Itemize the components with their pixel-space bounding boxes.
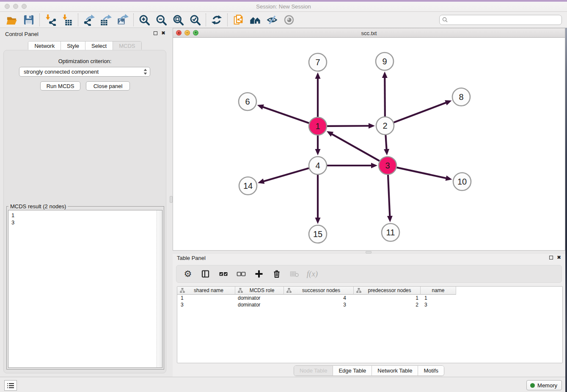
table-options-icon: ⚙ [184, 270, 192, 279]
tab-network[interactable]: Network [28, 41, 61, 50]
function-builder-button: f(x) [307, 268, 318, 279]
column-header-predecessor-nodes[interactable]: predecessor nodes [354, 287, 421, 295]
graph-edge-4-15[interactable] [315, 175, 321, 224]
run-mcds-button[interactable]: Run MCDS [40, 81, 80, 91]
import-network-from-file-button[interactable] [42, 13, 59, 27]
open-session-button[interactable] [3, 13, 20, 27]
column-header-name[interactable]: name [421, 287, 456, 295]
table-cell[interactable]: dominator [235, 295, 284, 301]
tab-edge-table[interactable]: Edge Table [333, 366, 372, 375]
graph-edge-4-14[interactable] [258, 168, 309, 184]
export-network-button[interactable] [80, 13, 97, 27]
graph-edge-1-6[interactable] [257, 105, 309, 123]
zoom-out-button[interactable] [153, 13, 170, 27]
search-box[interactable] [439, 15, 562, 25]
deselect-all-columns-icon [237, 270, 246, 278]
zoom-in-button[interactable] [136, 13, 153, 27]
table-cell[interactable]: dominator [235, 302, 284, 308]
close-panel-button[interactable]: Close panel [86, 81, 130, 91]
new-network-from-selection-button[interactable] [230, 13, 247, 27]
column-layout-button[interactable] [200, 268, 211, 279]
tab-select[interactable]: Select [85, 41, 113, 50]
mcds-result-list[interactable]: 13 [8, 210, 162, 368]
splitter-grip[interactable] [366, 251, 372, 254]
table-cell[interactable]: 3 [177, 302, 235, 308]
graph-edge-4-3[interactable] [327, 163, 377, 168]
table-cell[interactable]: 4 [284, 295, 354, 301]
memory-button[interactable]: Memory [526, 380, 562, 390]
show-all-networks-button[interactable] [247, 13, 264, 27]
graph-node-2[interactable]: 2 [376, 117, 394, 135]
network-view-window: x − + scc.txt 1234678910111415 [173, 28, 565, 251]
table-cell[interactable]: 1 [421, 295, 456, 301]
tab-style[interactable]: Style [61, 41, 85, 50]
graph-node-15[interactable]: 15 [309, 225, 327, 243]
show-graphics-details-button[interactable] [281, 13, 297, 27]
hide-graphics-details-icon [266, 14, 278, 26]
graph-edge-3-11[interactable] [387, 175, 393, 222]
column-header-successor-nodes[interactable]: successor nodes [284, 287, 354, 295]
zoom-selected-region-button[interactable] [187, 13, 204, 27]
select-all-columns-button[interactable] [218, 268, 229, 279]
toolbar-separator [78, 14, 78, 26]
tab-node-table[interactable]: Node Table [294, 366, 333, 375]
export-table-button[interactable] [97, 13, 114, 27]
tab-motifs[interactable]: Motifs [418, 366, 444, 375]
float-panel-icon[interactable] [154, 31, 157, 35]
graph-edge-1-2[interactable] [327, 123, 375, 129]
criterion-dropdown[interactable]: strongly connected component [19, 67, 150, 77]
column-header-MCDS-role[interactable]: MCDS role [235, 287, 284, 295]
graph-edge-1-4[interactable] [315, 135, 321, 155]
hide-graphics-details-button[interactable] [264, 13, 281, 27]
import-table-from-file-button[interactable] [59, 13, 76, 27]
session-title: Session: New Session [0, 3, 567, 10]
graph-edge-3-1[interactable] [327, 131, 380, 161]
show-task-history-button[interactable] [4, 380, 17, 391]
graph-node-1[interactable]: 1 [309, 117, 327, 135]
table-cell[interactable]: 1 [177, 295, 235, 301]
table-cell[interactable]: 2 [354, 302, 421, 308]
graph-node-11[interactable]: 11 [382, 224, 399, 241]
horizontal-splitter[interactable] [173, 251, 565, 254]
export-image-button[interactable] [114, 13, 131, 27]
graph-node-14[interactable]: 14 [239, 177, 257, 195]
graph-node-9[interactable]: 9 [376, 52, 394, 70]
graph-edge-3-10[interactable] [397, 168, 452, 181]
graph-edge-2-8[interactable] [394, 100, 452, 123]
graph-edge-2-9[interactable] [382, 72, 388, 116]
close-panel-icon[interactable]: ✖ [161, 31, 165, 35]
close-panel-icon[interactable]: ✖ [557, 255, 561, 259]
save-session-button[interactable] [20, 13, 37, 27]
table-cell[interactable]: 3 [421, 302, 456, 308]
float-panel-icon[interactable] [549, 256, 553, 259]
memory-label: Memory [537, 382, 557, 389]
network-canvas[interactable]: 1234678910111415 [173, 38, 565, 250]
apply-preferred-layout-button[interactable] [208, 13, 225, 27]
table-cell[interactable]: 3 [284, 302, 354, 308]
tab-network-table[interactable]: Network Table [372, 366, 418, 375]
table-cell[interactable]: 1 [354, 295, 421, 301]
column-header-shared-name[interactable]: shared name [177, 287, 235, 295]
table-options-button[interactable]: ⚙ [182, 268, 193, 279]
graph-edge-1-7[interactable] [315, 72, 321, 117]
splitter-grip[interactable] [170, 196, 173, 203]
graph-node-7[interactable]: 7 [309, 53, 327, 71]
graph-node-4[interactable]: 4 [309, 157, 327, 174]
zoom-fit-content-button[interactable] [170, 13, 187, 27]
search-input[interactable] [448, 17, 559, 23]
graph-node-3[interactable]: 3 [379, 157, 396, 174]
vertical-splitter[interactable] [170, 28, 173, 377]
graph-node-8[interactable]: 8 [452, 88, 470, 106]
deselect-all-columns-button[interactable] [236, 268, 247, 279]
graph-node-6[interactable]: 6 [239, 93, 256, 110]
graph-edge-2-3[interactable] [384, 135, 389, 155]
tab-mcds[interactable]: MCDS [113, 41, 141, 50]
hierarchy-icon [286, 288, 292, 293]
result-scrollbar[interactable] [157, 210, 162, 367]
network-graph[interactable]: 1234678910111415 [173, 38, 565, 250]
network-window-titlebar[interactable]: x − + scc.txt [173, 28, 565, 38]
show-all-networks-icon [249, 14, 261, 26]
delete-columns-button[interactable] [271, 268, 282, 279]
create-column-button[interactable] [253, 268, 264, 279]
graph-node-10[interactable]: 10 [453, 173, 471, 190]
